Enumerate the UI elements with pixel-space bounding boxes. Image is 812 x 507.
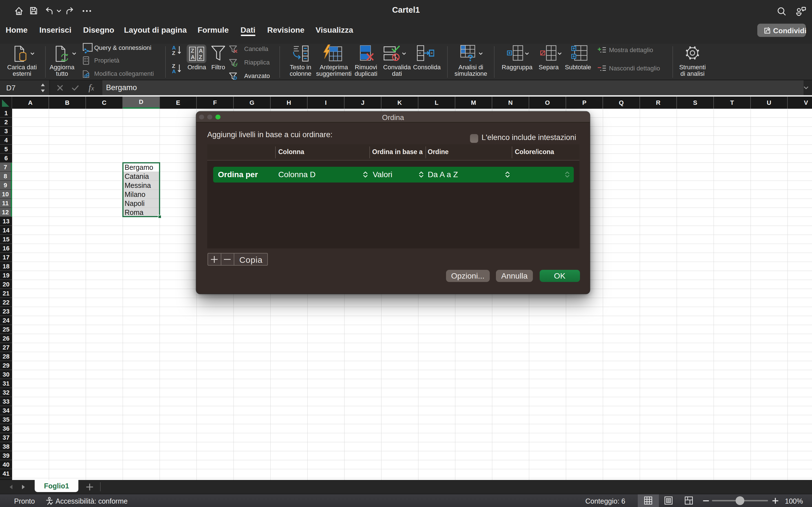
svg-text:A: A bbox=[172, 68, 176, 73]
svg-text:A: A bbox=[199, 48, 203, 54]
svg-text:Z: Z bbox=[172, 63, 175, 69]
svg-text:?: ? bbox=[467, 52, 473, 62]
svg-text:A: A bbox=[172, 45, 176, 51]
svg-text:Z: Z bbox=[172, 50, 175, 55]
svg-text:Z: Z bbox=[191, 48, 194, 54]
svg-text:Z: Z bbox=[199, 54, 202, 60]
svg-text:A: A bbox=[191, 54, 195, 60]
